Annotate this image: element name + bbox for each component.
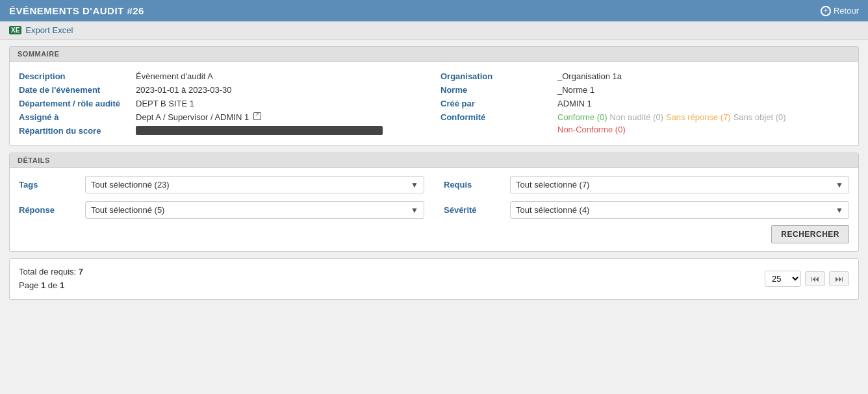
tags-label: Tags — [19, 180, 77, 190]
total-label: Total de requis: — [19, 267, 76, 277]
non-audite-value[interactable]: Non audité (0) — [610, 112, 663, 122]
conformity-values: Conforme (0) Non audité (0) Sans réponse… — [557, 112, 849, 134]
requis-label: Requis — [444, 180, 502, 190]
summary-body: Description Évènement d'audit A Date de … — [10, 62, 858, 145]
summary-right: Organisation _Organisation 1a Norme _Nor… — [440, 69, 849, 138]
toolbar: XE Export Excel — [0, 21, 868, 40]
description-value: Évènement d'audit A — [136, 71, 213, 81]
details-grid: Tags Tout sélectionné (23) ▼ Requis Tout… — [19, 176, 849, 219]
description-label: Description — [19, 71, 129, 81]
norme-row: Norme _Norme 1 — [440, 83, 849, 97]
page-title: ÉVÉNEMENTS D'AUDIT #26 — [9, 5, 144, 16]
organisation-row: Organisation _Organisation 1a — [440, 69, 849, 83]
summary-header: SOMMAIRE — [10, 47, 858, 62]
assigne-row: Assigné à Dept A / Supervisor / ADMIN 1 — [19, 110, 428, 124]
requis-select[interactable]: Tout sélectionné (7) ▼ — [510, 176, 849, 193]
date-value: 2023-01-01 à 2023-03-30 — [136, 85, 231, 95]
organisation-value: _Organisation 1a — [557, 71, 622, 81]
repartition-row: Répartition du score — [19, 124, 428, 138]
requis-chevron-icon: ▼ — [836, 180, 843, 190]
back-label: Retour — [834, 6, 859, 16]
severite-row: Sévérité Tout sélectionné (4) ▼ — [444, 201, 849, 219]
norme-value: _Norme 1 — [557, 85, 594, 95]
conformite-label: Conformité — [440, 112, 551, 122]
search-btn-row: RECHERCHER — [19, 219, 849, 243]
tags-value: Tout sélectionné (23) — [91, 180, 170, 190]
page-line: Page 1 de 1 — [19, 279, 83, 293]
first-page-button[interactable]: ⏮ — [805, 271, 825, 286]
date-label: Date de l'évènement — [19, 85, 129, 95]
details-header: DÉTAILS — [10, 153, 858, 168]
assigne-link-icon[interactable] — [253, 112, 261, 120]
main-content: SOMMAIRE Description Évènement d'audit A… — [0, 40, 868, 306]
description-row: Description Évènement d'audit A — [19, 69, 428, 83]
cree-par-value: ADMIN 1 — [557, 99, 592, 108]
tags-chevron-icon: ▼ — [411, 180, 418, 190]
requis-value: Tout sélectionné (7) — [516, 180, 589, 190]
non-conforme-value[interactable]: Non-Conforme (0) — [557, 125, 626, 134]
assigne-value: Dept A / Supervisor / ADMIN 1 — [136, 112, 261, 122]
reponse-select[interactable]: Tout sélectionné (5) ▼ — [85, 201, 424, 219]
last-page-button[interactable]: ⏭ — [829, 271, 849, 286]
score-bar-container — [136, 126, 383, 135]
cree-par-row: Créé par ADMIN 1 — [440, 97, 849, 110]
summary-card: SOMMAIRE Description Évènement d'audit A… — [9, 46, 859, 146]
page-of: de — [48, 280, 57, 290]
page-size-select[interactable]: 25 50 100 — [765, 271, 801, 287]
dept-value: DEPT B SITE 1 — [136, 99, 194, 108]
search-button[interactable]: RECHERCHER — [771, 225, 849, 243]
footer-card: Total de requis: 7 Page 1 de 1 25 50 100… — [9, 258, 859, 300]
total-value: 7 — [79, 267, 83, 277]
summary-left: Description Évènement d'audit A Date de … — [19, 69, 428, 138]
pagination: 25 50 100 ⏮ ⏭ — [765, 271, 849, 287]
conforme-value[interactable]: Conforme (0) — [557, 112, 607, 122]
norme-label: Norme — [440, 85, 551, 95]
date-row: Date de l'évènement 2023-01-01 à 2023-03… — [19, 83, 428, 97]
score-bar — [136, 126, 383, 135]
back-circle-icon: + — [821, 6, 831, 16]
sans-reponse-value[interactable]: Sans réponse (7) — [666, 112, 731, 122]
conformite-row: Conformité Conforme (0) Non audité (0) S… — [440, 110, 849, 136]
severite-value: Tout sélectionné (4) — [516, 205, 589, 215]
sans-objet-value[interactable]: Sans objet (0) — [734, 112, 786, 122]
page-label: Page — [19, 280, 38, 290]
reponse-value: Tout sélectionné (5) — [91, 205, 164, 215]
severite-chevron-icon: ▼ — [836, 206, 843, 215]
cree-par-label: Créé par — [440, 99, 551, 108]
reponse-label: Réponse — [19, 205, 77, 215]
excel-icon: XE — [9, 26, 21, 34]
assigne-label: Assigné à — [19, 112, 129, 122]
details-body: Tags Tout sélectionné (23) ▼ Requis Tout… — [10, 168, 858, 251]
organisation-label: Organisation — [440, 71, 551, 81]
severite-select[interactable]: Tout sélectionné (4) ▼ — [510, 201, 849, 219]
tags-row: Tags Tout sélectionné (23) ▼ — [19, 176, 424, 193]
summary-grid: Description Évènement d'audit A Date de … — [19, 69, 849, 138]
repartition-label: Répartition du score — [19, 126, 129, 136]
severite-label: Sévérité — [444, 205, 502, 215]
footer-text: Total de requis: 7 Page 1 de 1 — [19, 265, 83, 293]
back-button[interactable]: + Retour — [821, 6, 859, 16]
reponse-chevron-icon: ▼ — [411, 206, 418, 215]
details-card: DÉTAILS Tags Tout sélectionné (23) ▼ Req… — [9, 153, 859, 252]
page-header: ÉVÉNEMENTS D'AUDIT #26 + Retour — [0, 0, 868, 21]
page-total: 1 — [60, 280, 64, 290]
reponse-row: Réponse Tout sélectionné (5) ▼ — [19, 201, 424, 219]
dept-row: Département / rôle audité DEPT B SITE 1 — [19, 97, 428, 110]
dept-label: Département / rôle audité — [19, 99, 129, 108]
requis-row: Requis Tout sélectionné (7) ▼ — [444, 176, 849, 193]
total-line: Total de requis: 7 — [19, 265, 83, 279]
page-number: 1 — [41, 280, 45, 290]
tags-select[interactable]: Tout sélectionné (23) ▼ — [85, 176, 424, 193]
export-excel-button[interactable]: Export Excel — [25, 25, 73, 35]
